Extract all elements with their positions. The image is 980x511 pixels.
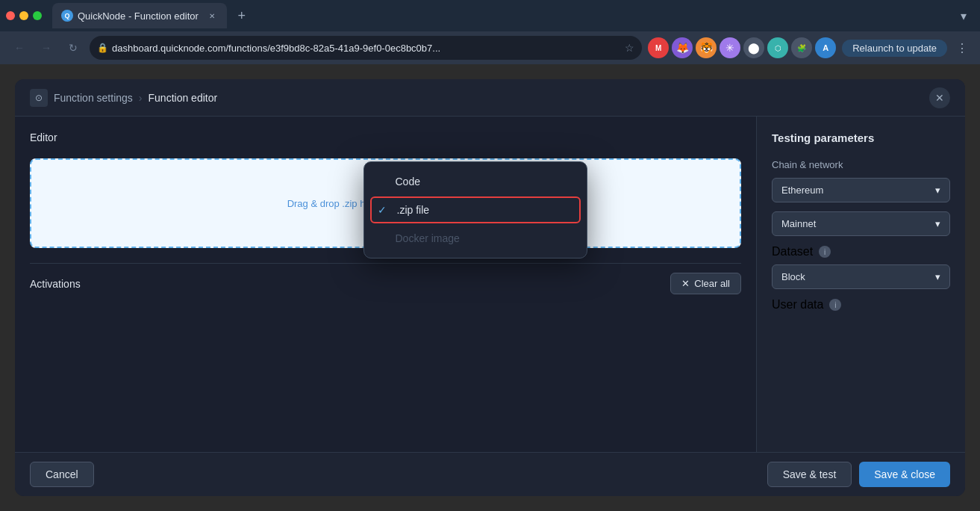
reload-button[interactable]: ↻ bbox=[63, 37, 84, 58]
back-button[interactable]: ← bbox=[9, 37, 30, 58]
breadcrumb-current: Function editor bbox=[149, 92, 218, 104]
dataset-select[interactable]: Block ▾ bbox=[772, 264, 950, 289]
app-body: Editor Drag & drop .zip here or click to… bbox=[15, 117, 965, 452]
close-window-button[interactable] bbox=[6, 11, 15, 20]
chain-chevron: ▾ bbox=[935, 185, 940, 196]
footer-right: Save & test Save & close bbox=[767, 462, 950, 487]
user-avatar[interactable]: A bbox=[815, 37, 836, 58]
breadcrumb: ⊙ Function settings › Function editor bbox=[30, 89, 217, 107]
new-tab-button[interactable]: + bbox=[231, 5, 252, 26]
check-placeholder-2 bbox=[376, 232, 388, 244]
network-value: Mainnet bbox=[781, 218, 816, 229]
dataset-chevron: ▾ bbox=[935, 271, 940, 282]
dataset-info-icon[interactable]: i bbox=[819, 246, 831, 258]
breadcrumb-parent[interactable]: Function settings bbox=[54, 92, 133, 104]
active-tab[interactable]: Q QuickNode - Function editor ✕ bbox=[52, 3, 227, 28]
user-data-label: User data bbox=[772, 298, 823, 312]
clear-icon: ✕ bbox=[681, 278, 690, 289]
minimize-window-button[interactable] bbox=[19, 11, 28, 20]
tab-favicon: Q bbox=[61, 10, 73, 22]
chain-select[interactable]: Ethereum ▾ bbox=[772, 178, 950, 202]
user-data-info-icon[interactable]: i bbox=[829, 299, 841, 311]
tab-close-button[interactable]: ✕ bbox=[206, 10, 218, 22]
extension-icon-1[interactable]: M bbox=[648, 37, 669, 58]
extension-icon-6[interactable]: ⬡ bbox=[767, 37, 788, 58]
activations-label: Activations bbox=[30, 278, 81, 290]
chain-value: Ethereum bbox=[781, 185, 823, 196]
main-panel: Editor Drag & drop .zip here or click to… bbox=[15, 117, 756, 452]
tab-bar: Q QuickNode - Function editor ✕ + ▾ bbox=[0, 0, 980, 31]
cancel-button[interactable]: Cancel bbox=[30, 462, 94, 487]
function-icon: ⊙ bbox=[30, 89, 48, 107]
extension-icon-3[interactable]: 🐯 bbox=[696, 37, 717, 58]
dropdown-item-zip[interactable]: ✓ .zip file bbox=[372, 198, 579, 222]
tab-expand-button[interactable]: ▾ bbox=[953, 5, 974, 26]
activations-section: Activations ✕ Clear all bbox=[30, 263, 741, 303]
dropdown-zip-label: .zip file bbox=[397, 204, 430, 216]
save-test-button[interactable]: Save & test bbox=[767, 462, 852, 487]
forward-button[interactable]: → bbox=[36, 37, 57, 58]
dropdown-docker-label: Docker image bbox=[396, 232, 460, 244]
breadcrumb-separator: › bbox=[139, 92, 143, 104]
browser-extension-icons: M 🦊 🐯 ✳ ⬤ ⬡ 🧩 A bbox=[648, 37, 836, 58]
relaunch-label: Relaunch to update bbox=[852, 43, 937, 54]
dropdown-item-zip-box: ✓ .zip file bbox=[370, 196, 581, 223]
right-panel: Testing parameters Chain & network Ether… bbox=[756, 117, 965, 452]
save-close-button[interactable]: Save & close bbox=[859, 462, 950, 487]
user-data-label-row: User data i bbox=[772, 298, 950, 312]
extension-icon-2[interactable]: 🦊 bbox=[672, 37, 693, 58]
editor-type-dropdown: Code ✓ .zip file Docker image bbox=[363, 161, 587, 258]
tab-title: QuickNode - Function editor bbox=[78, 10, 199, 22]
app-header: ⊙ Function settings › Function editor ✕ bbox=[15, 79, 965, 117]
extension-icon-4[interactable]: ✳ bbox=[720, 37, 740, 58]
dropdown-item-docker: Docker image bbox=[364, 225, 587, 252]
traffic-lights bbox=[6, 11, 42, 20]
chain-network-label: Chain & network bbox=[772, 159, 950, 170]
extension-icon-5[interactable]: ⬤ bbox=[743, 37, 764, 58]
bookmark-icon[interactable]: ☆ bbox=[625, 42, 634, 54]
dataset-label-row: Dataset i bbox=[772, 245, 950, 258]
network-select[interactable]: Mainnet ▾ bbox=[772, 211, 950, 236]
dataset-value: Block bbox=[781, 271, 805, 282]
editor-label: Editor bbox=[30, 131, 741, 143]
address-bar: ← → ↻ 🔒 ☆ M 🦊 🐯 ✳ ⬤ ⬡ 🧩 A Relaunch to up… bbox=[0, 31, 980, 64]
app-footer: Cancel Save & test Save & close bbox=[15, 452, 965, 496]
relaunch-update-button[interactable]: Relaunch to update bbox=[842, 40, 947, 57]
user-data-section: User data i bbox=[772, 298, 950, 312]
app-window: ⊙ Function settings › Function editor ✕ … bbox=[15, 79, 965, 496]
clear-all-label: Clear all bbox=[694, 278, 730, 289]
network-chevron: ▾ bbox=[935, 218, 940, 229]
dropdown-item-code[interactable]: Code bbox=[364, 168, 587, 195]
browser-menu-button[interactable]: ⋮ bbox=[953, 41, 971, 55]
panel-title: Testing parameters bbox=[772, 131, 950, 144]
address-bar-wrapper: 🔒 ☆ bbox=[90, 36, 642, 60]
dataset-label: Dataset bbox=[772, 245, 813, 258]
dropdown-code-label: Code bbox=[396, 176, 420, 188]
close-button[interactable]: ✕ bbox=[929, 87, 950, 108]
extension-icon-7[interactable]: 🧩 bbox=[791, 37, 812, 58]
maximize-window-button[interactable] bbox=[33, 11, 42, 20]
address-input[interactable] bbox=[90, 36, 642, 60]
lock-icon: 🔒 bbox=[97, 43, 108, 53]
clear-all-button[interactable]: ✕ Clear all bbox=[670, 273, 741, 294]
browser-chrome: Q QuickNode - Function editor ✕ + ▾ ← → … bbox=[0, 0, 980, 64]
check-icon: ✓ bbox=[378, 204, 390, 216]
check-placeholder bbox=[376, 176, 388, 188]
